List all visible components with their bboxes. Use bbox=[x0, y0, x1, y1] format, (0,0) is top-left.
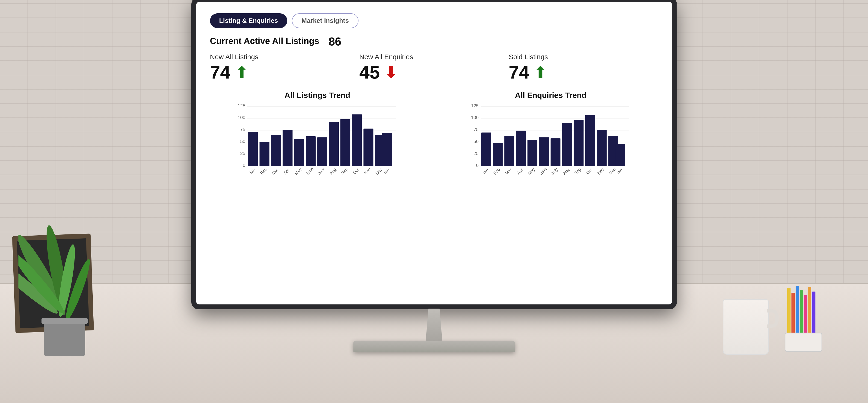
svg-rect-28 bbox=[340, 119, 350, 166]
metric-sold-listings-value-row: 74 ⬆ bbox=[509, 63, 548, 81]
metric-sold-listings-value: 74 bbox=[509, 63, 529, 81]
monitor-neck bbox=[420, 309, 448, 341]
chart-enquiries-trend-area: 125 100 75 50 25 0 bbox=[443, 104, 658, 295]
charts-row: All Listings Trend 1 bbox=[210, 91, 658, 295]
svg-text:Apr: Apr bbox=[283, 167, 290, 175]
svg-rect-71 bbox=[615, 144, 625, 166]
svg-rect-87 bbox=[792, 293, 795, 334]
svg-text:July: July bbox=[317, 167, 326, 176]
tab-listing-enquiries[interactable]: Listing & Enquiries bbox=[210, 13, 287, 28]
plant-decoration bbox=[19, 223, 111, 357]
chart-listings-trend: All Listings Trend 1 bbox=[210, 91, 425, 295]
svg-rect-61 bbox=[504, 136, 514, 166]
mug-decoration bbox=[723, 299, 769, 355]
mug bbox=[723, 299, 769, 355]
svg-rect-92 bbox=[812, 292, 815, 334]
svg-text:Aug: Aug bbox=[562, 167, 570, 176]
chart-listings-trend-svg: 125 100 75 50 25 0 bbox=[210, 104, 425, 182]
chart-enquiries-trend-title: All Enquiries Trend bbox=[443, 91, 658, 100]
svg-rect-32 bbox=[382, 133, 392, 166]
svg-rect-30 bbox=[363, 129, 373, 166]
svg-text:May: May bbox=[527, 167, 536, 176]
svg-rect-21 bbox=[259, 142, 269, 166]
svg-text:Dec: Dec bbox=[375, 167, 383, 176]
svg-rect-66 bbox=[562, 123, 572, 166]
svg-text:Oct: Oct bbox=[585, 167, 593, 175]
metric-sold-listings-label: Sold Listings bbox=[509, 53, 548, 61]
tab-market-insights[interactable]: Market Insights bbox=[292, 13, 359, 28]
metric-new-listings-value-row: 74 ⬆ bbox=[210, 63, 249, 81]
metrics-row: New All Listings 74 ⬆ New All Enquiries … bbox=[210, 53, 658, 81]
svg-text:75: 75 bbox=[240, 127, 245, 132]
chart-enquiries-trend-svg: 125 100 75 50 25 0 bbox=[443, 104, 658, 182]
monitor-bezel: Listing & Enquiries Market Insights Curr… bbox=[192, 0, 676, 309]
metric-new-listings: New All Listings 74 ⬆ bbox=[210, 53, 360, 81]
svg-text:25: 25 bbox=[473, 151, 478, 156]
svg-text:Feb: Feb bbox=[492, 167, 501, 175]
svg-rect-7 bbox=[41, 318, 88, 324]
metric-new-enquiries-arrow-down-icon: ⬇ bbox=[384, 64, 398, 80]
svg-rect-89 bbox=[800, 291, 803, 334]
svg-rect-24 bbox=[294, 139, 304, 166]
svg-rect-29 bbox=[352, 114, 362, 166]
svg-text:50: 50 bbox=[240, 139, 245, 144]
svg-text:125: 125 bbox=[471, 104, 478, 108]
current-active-label: Current Active All Listings bbox=[210, 36, 319, 46]
tabs-row: Listing & Enquiries Market Insights bbox=[210, 13, 658, 28]
stats-header: Current Active All Listings 86 bbox=[210, 36, 658, 48]
svg-text:Jan: Jan bbox=[248, 167, 256, 175]
svg-rect-63 bbox=[527, 140, 537, 166]
svg-rect-65 bbox=[551, 138, 560, 166]
svg-text:Sep: Sep bbox=[340, 167, 349, 176]
svg-rect-26 bbox=[317, 137, 327, 166]
metric-sold-listings-arrow-up-icon: ⬆ bbox=[534, 64, 547, 80]
svg-rect-90 bbox=[804, 295, 807, 334]
svg-text:Nov: Nov bbox=[596, 167, 605, 176]
svg-text:Nov: Nov bbox=[363, 167, 372, 176]
svg-rect-64 bbox=[539, 137, 549, 166]
svg-text:50: 50 bbox=[473, 139, 478, 144]
svg-text:Dec: Dec bbox=[608, 167, 617, 176]
monitor-base bbox=[353, 341, 515, 352]
pencils-svg bbox=[783, 283, 824, 352]
pencil-cup-decoration bbox=[783, 283, 822, 354]
mug-handle bbox=[767, 309, 779, 328]
monitor-screen: Listing & Enquiries Market Insights Curr… bbox=[196, 2, 672, 304]
svg-text:100: 100 bbox=[238, 115, 245, 120]
metric-new-listings-value: 74 bbox=[210, 63, 230, 81]
metric-new-enquiries-label: New All Enquiries bbox=[360, 53, 413, 61]
metric-new-listings-label: New All Listings bbox=[210, 53, 258, 61]
svg-text:May: May bbox=[294, 167, 303, 176]
metric-new-listings-arrow-up-icon: ⬆ bbox=[235, 64, 249, 80]
svg-text:Aug: Aug bbox=[329, 167, 337, 176]
svg-text:Mar: Mar bbox=[271, 167, 279, 175]
svg-rect-91 bbox=[808, 287, 811, 334]
svg-text:June: June bbox=[305, 167, 314, 176]
metric-new-enquiries-value: 45 bbox=[360, 63, 380, 81]
svg-text:June: June bbox=[538, 167, 548, 176]
svg-rect-60 bbox=[493, 143, 503, 166]
svg-rect-23 bbox=[282, 130, 292, 166]
svg-text:Mar: Mar bbox=[504, 167, 512, 175]
svg-rect-68 bbox=[585, 115, 595, 166]
svg-rect-22 bbox=[271, 135, 281, 166]
svg-text:75: 75 bbox=[473, 127, 478, 132]
chart-enquiries-trend: All Enquiries Trend bbox=[443, 91, 658, 295]
svg-text:Oct: Oct bbox=[352, 167, 360, 175]
svg-text:Sep: Sep bbox=[574, 167, 582, 176]
svg-rect-62 bbox=[516, 131, 526, 166]
svg-rect-27 bbox=[329, 122, 339, 166]
monitor: Listing & Enquiries Market Insights Curr… bbox=[192, 0, 676, 352]
svg-text:Jan: Jan bbox=[382, 167, 390, 175]
svg-text:Jan: Jan bbox=[481, 167, 489, 175]
svg-text:125: 125 bbox=[238, 104, 245, 108]
svg-rect-88 bbox=[796, 286, 799, 334]
metric-new-enquiries: New All Enquiries 45 ⬇ bbox=[360, 53, 509, 81]
svg-text:July: July bbox=[550, 167, 559, 176]
chart-listings-trend-title: All Listings Trend bbox=[210, 91, 425, 100]
svg-rect-69 bbox=[597, 130, 607, 166]
svg-text:Apr: Apr bbox=[516, 167, 524, 175]
svg-rect-86 bbox=[787, 288, 790, 334]
svg-rect-20 bbox=[248, 132, 258, 166]
metric-sold-listings: Sold Listings 74 ⬆ bbox=[509, 53, 658, 81]
